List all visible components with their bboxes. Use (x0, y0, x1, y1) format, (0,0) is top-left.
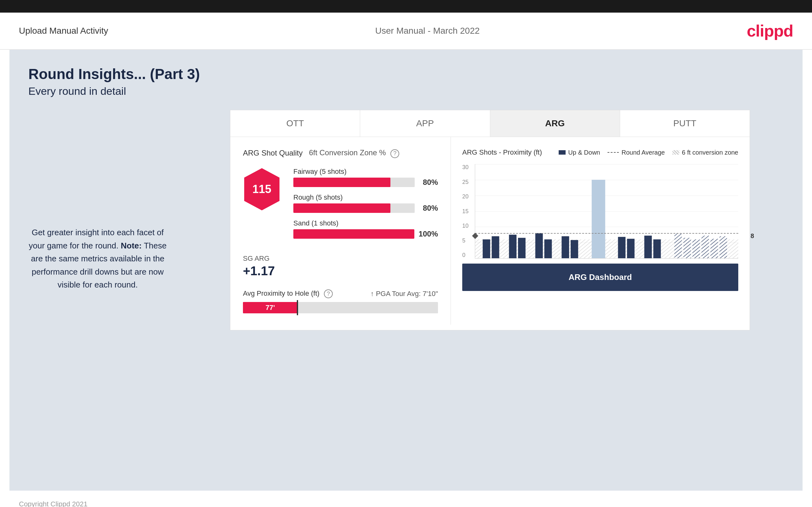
svg-rect-13 (571, 240, 578, 258)
reference-label: 8 (751, 232, 754, 240)
sg-value: +1.17 (243, 264, 438, 278)
proximity-avg: ↑ PGA Tour Avg: 7'10" (370, 290, 438, 298)
rough-bar-track (293, 204, 415, 213)
quality-label: ARG Shot Quality (243, 149, 303, 158)
rough-label: Rough (5 shots) (293, 193, 438, 202)
proximity-cursor (297, 300, 298, 315)
svg-rect-11 (544, 239, 552, 258)
proximity-bar-fill: 77' (243, 302, 297, 313)
svg-rect-18 (653, 239, 661, 258)
conversion-label: 6ft Conversion Zone % ? (309, 148, 399, 158)
main-content: Round Insights... (Part 3) Every round i… (9, 50, 803, 491)
legend-avg-line (608, 152, 619, 153)
top-bar (0, 0, 812, 13)
card-body: ARG Shot Quality 6ft Conversion Zone % ?… (230, 137, 750, 325)
page-subtitle: Every round in detail (29, 85, 783, 97)
legend-conversion: 6 ft conversion zone (672, 149, 738, 156)
upload-manual-label: Upload Manual Activity (19, 26, 108, 36)
chart-wrapper: 30 25 20 15 10 5 0 (475, 164, 738, 259)
sg-arg-section: SG ARG +1.17 (243, 255, 438, 278)
proximity-title: Avg Proximity to Hole (ft) ? (243, 289, 333, 298)
svg-rect-8 (509, 235, 516, 258)
proximity-bar-label: 77' (266, 303, 275, 312)
sidebar-description: Get greater insight into each facet of y… (29, 226, 167, 292)
proximity-info-icon[interactable]: ? (324, 289, 333, 298)
arg-dashboard-button[interactable]: ARG Dashboard (462, 264, 738, 291)
svg-rect-7 (492, 236, 499, 258)
svg-rect-21 (692, 239, 700, 258)
info-icon[interactable]: ? (391, 149, 399, 158)
left-panel: ARG Shot Quality 6ft Conversion Zone % ?… (230, 137, 451, 325)
svg-rect-6 (483, 239, 490, 258)
right-panel-header: ARG Shots - Proximity (ft) Up & Down Rou… (462, 148, 738, 157)
svg-rect-14 (592, 180, 605, 258)
svg-rect-22 (701, 235, 709, 258)
svg-rect-23 (711, 239, 718, 258)
panel-header: ARG Shot Quality 6ft Conversion Zone % ? (243, 148, 438, 158)
right-panel: ARG Shots - Proximity (ft) Up & Down Rou… (451, 137, 750, 325)
proximity-header: Avg Proximity to Hole (ft) ? ↑ PGA Tour … (243, 289, 438, 298)
reference-line: 8 (475, 233, 738, 238)
svg-rect-15 (618, 237, 625, 258)
score-bars-container: 115 Fairway (5 shots) 80% (243, 168, 438, 245)
tab-app[interactable]: APP (360, 110, 490, 137)
fairway-bar-row: Fairway (5 shots) 80% (293, 168, 438, 187)
insights-card: OTT APP ARG PUTT ARG Shot Quality 6ft Co… (230, 110, 750, 330)
sg-label: SG ARG (243, 255, 438, 263)
rough-bar-row: Rough (5 shots) 80% (293, 193, 438, 213)
sand-pct: 100% (419, 230, 438, 238)
fairway-bar-track (293, 178, 415, 187)
hexagon-score: 115 (243, 168, 281, 211)
svg-rect-17 (644, 235, 652, 258)
proximity-bar-track: 77' (243, 302, 438, 313)
tab-putt[interactable]: PUTT (620, 110, 750, 137)
tab-bar: OTT APP ARG PUTT (230, 110, 750, 137)
chart-svg (475, 164, 738, 258)
right-panel-title: ARG Shots - Proximity (ft) (462, 148, 542, 157)
user-manual-title: User Manual - March 2022 (375, 26, 479, 36)
svg-rect-12 (561, 236, 569, 258)
header: Upload Manual Activity User Manual - Mar… (0, 13, 812, 50)
chart-area: 8 (475, 164, 738, 259)
legend-updown-box (559, 150, 566, 155)
tab-ott[interactable]: OTT (230, 110, 360, 137)
reference-diamond (472, 233, 478, 239)
score-value: 115 (252, 183, 271, 196)
legend-conversion-box (672, 150, 679, 155)
copyright-text: Copyright Clippd 2021 (19, 500, 88, 507)
proximity-section: Avg Proximity to Hole (ft) ? ↑ PGA Tour … (243, 289, 438, 314)
tab-arg[interactable]: ARG (490, 110, 620, 137)
sand-label: Sand (1 shots) (293, 219, 438, 227)
legend-updown: Up & Down (559, 149, 600, 156)
rough-pct: 80% (419, 204, 438, 213)
sand-bar-row: Sand (1 shots) 100% (293, 219, 438, 239)
svg-rect-20 (683, 238, 691, 258)
svg-rect-16 (627, 239, 635, 258)
sand-bar-track (293, 229, 414, 239)
clippd-logo: clippd (747, 21, 793, 40)
y-axis: 30 25 20 15 10 5 0 (462, 164, 468, 259)
footer: Copyright Clippd 2021 (0, 491, 812, 507)
legend-avg: Round Average (608, 149, 665, 156)
fairway-label: Fairway (5 shots) (293, 168, 438, 176)
legend: Up & Down Round Average 6 ft conversion … (559, 149, 738, 156)
svg-rect-9 (518, 238, 525, 258)
fairway-pct: 80% (419, 178, 438, 187)
svg-rect-24 (719, 236, 727, 258)
page-title: Round Insights... (Part 3) (29, 65, 783, 82)
shot-quality-bars: Fairway (5 shots) 80% Rough (5 shots) (293, 168, 438, 245)
